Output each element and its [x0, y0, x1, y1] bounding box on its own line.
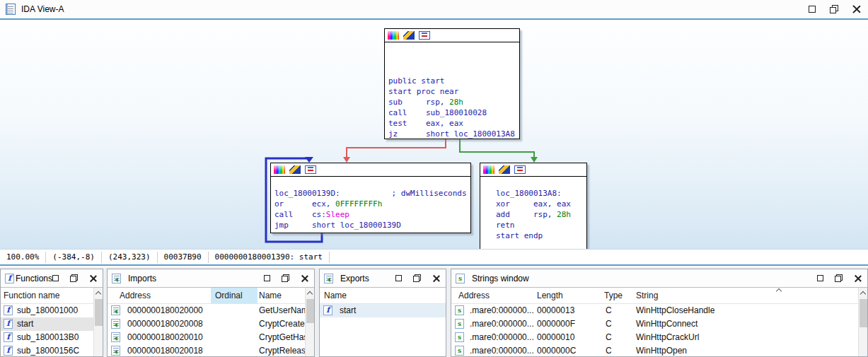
functions-column-header[interactable]: Function name — [1, 288, 103, 304]
functions-panel-titlebar[interactable]: f Functions — [1, 269, 103, 288]
maximize-button[interactable] — [395, 275, 402, 281]
string-row[interactable]: s .mare0:000000... 0000000F C WinHttpCon… — [451, 317, 867, 331]
restore-button[interactable] — [70, 274, 78, 282]
status-origin-coords: (-384,-8) — [46, 252, 102, 263]
code-line[interactable]: call sub_180010028 — [388, 107, 519, 118]
maximize-button[interactable] — [817, 275, 823, 281]
restore-button[interactable] — [835, 274, 843, 282]
restore-button[interactable] — [282, 274, 289, 282]
code-line[interactable]: jmp short loc_18000139D — [274, 220, 470, 230]
exports-panel-titlebar[interactable]: Exports — [320, 269, 446, 288]
scrollbar-thumb[interactable] — [860, 299, 867, 327]
code-line[interactable]: add rsp, 28h — [496, 209, 586, 220]
node-color-palette-icon[interactable] — [274, 165, 285, 174]
graph-node-exit[interactable]: loc_1800013A8: xor eax, eax add rsp, 28h… — [480, 163, 587, 250]
imports-scrollbar[interactable] — [305, 288, 314, 356]
import-icon — [111, 332, 120, 342]
scrollbar-thumb[interactable] — [306, 299, 314, 323]
function-row-selected[interactable]: f start — [1, 317, 103, 331]
imports-column-headers[interactable]: Address Ordinal Name — [108, 288, 314, 304]
graph-node-loop[interactable]: loc_18000139D: ; dwMilliseconds or ecx, … — [270, 163, 471, 233]
strings-scrollbar[interactable] — [858, 288, 867, 356]
string-icon: s — [455, 346, 464, 356]
ida-window: IDA View-A pub — [0, 0, 868, 357]
code-line[interactable]: public start — [388, 76, 519, 86]
close-button[interactable] — [89, 274, 97, 282]
close-button[interactable] — [852, 5, 861, 13]
import-icon — [111, 319, 120, 329]
node-color-palette-icon[interactable] — [483, 165, 494, 174]
code-line[interactable]: start endp — [496, 230, 586, 241]
maximize-button[interactable] — [52, 275, 59, 281]
node-edit-icon[interactable] — [289, 165, 301, 174]
sort-ascending-icon — [776, 288, 782, 294]
exports-column-header[interactable]: Name — [320, 288, 446, 304]
close-button[interactable] — [432, 274, 440, 282]
function-icon: f — [323, 305, 332, 315]
strings-panel-icon: s — [456, 274, 465, 283]
code-line[interactable]: loc_18000139D: ; dwMilliseconds — [274, 188, 470, 199]
restore-button[interactable] — [413, 274, 421, 282]
import-icon — [111, 346, 120, 356]
functions-scrollbar[interactable] — [93, 288, 103, 356]
code-line[interactable]: sub rsp, 28h — [388, 97, 519, 107]
imports-panel-icon — [112, 274, 121, 283]
code-line[interactable]: jz short loc_1800013A8 — [388, 129, 519, 139]
function-icon: f — [4, 319, 13, 329]
status-address-label: 0000000180001390: start — [209, 252, 330, 263]
maximize-button[interactable] — [264, 275, 270, 281]
code-line[interactable]: call cs:Sleep — [274, 209, 470, 220]
function-row[interactable]: f sub_180001000 — [1, 304, 103, 317]
strings-panel-titlebar[interactable]: s Strings window — [451, 269, 867, 288]
import-row[interactable]: 0000000180020000 GetUserNam — [108, 304, 314, 317]
node-group-icon[interactable] — [514, 165, 526, 174]
graph-node-start[interactable]: public start start proc near sub rsp, 28… — [384, 28, 520, 139]
function-icon: f — [4, 346, 13, 356]
imports-panel: Imports Address Ordinal Name 00000001 — [107, 269, 315, 357]
string-row[interactable]: s .mare0:000000... 00000010 C WinHttpCra… — [451, 331, 867, 344]
ida-view-icon — [6, 4, 16, 15]
scrollbar-thumb[interactable] — [95, 299, 103, 326]
node-group-icon[interactable] — [305, 165, 316, 174]
graph-status-bar: 100.00% (-384,-8) (243,323) 00037B90 000… — [0, 249, 868, 266]
code-line[interactable]: loc_1800013A8: — [496, 188, 586, 199]
import-row[interactable]: 0000000180020018 CryptRelease — [108, 344, 314, 356]
code-line[interactable]: test eax, eax — [388, 118, 519, 129]
status-file-offset: 00037B90 — [158, 252, 209, 263]
string-row[interactable]: s .mare0:000000... 00000013 C WinHttpClo… — [451, 304, 867, 317]
code-line[interactable]: retn — [496, 220, 586, 230]
function-icon: f — [4, 332, 13, 342]
node-group-icon[interactable] — [419, 31, 430, 40]
function-icon: f — [4, 305, 13, 315]
close-button[interactable] — [301, 274, 308, 282]
exports-panel-icon — [324, 274, 333, 283]
graph-view[interactable]: public start start proc near sub rsp, 28… — [0, 21, 868, 249]
strings-column-headers[interactable]: Address Length Type String — [451, 288, 867, 304]
node-color-palette-icon[interactable] — [388, 31, 399, 40]
status-zoom: 100.00% — [0, 252, 46, 263]
code-line[interactable]: start proc near — [388, 86, 519, 97]
import-row[interactable]: 0000000180020008 CryptCreateH — [108, 317, 314, 331]
node-edit-icon[interactable] — [499, 165, 510, 174]
string-icon: s — [455, 305, 464, 315]
code-line[interactable]: or ecx, 0FFFFFFFFh — [274, 199, 470, 209]
export-row-selected[interactable]: f start — [320, 304, 446, 317]
node-edit-icon[interactable] — [403, 31, 415, 40]
strings-panel-title: Strings window — [472, 274, 529, 283]
close-button[interactable] — [854, 274, 862, 282]
bottom-dock: f Functions Function name f sub_18000100… — [0, 267, 868, 357]
imports-panel-title: Imports — [128, 274, 156, 283]
exports-panel: Exports Name f start — [319, 269, 446, 357]
import-icon — [111, 305, 120, 315]
node-header — [271, 163, 470, 177]
restore-button[interactable] — [830, 5, 838, 13]
imports-panel-titlebar[interactable]: Imports — [108, 269, 314, 288]
code-line[interactable]: xor eax, eax — [496, 199, 586, 209]
string-row[interactable]: s .mare0:000000... 0000000C C WinHttpOpe… — [451, 344, 867, 356]
function-row[interactable]: f sub_1800013B0 — [1, 331, 103, 344]
maximize-button[interactable] — [809, 6, 816, 13]
window-titlebar: IDA View-A — [0, 0, 868, 20]
import-row[interactable]: 0000000180020010 CryptGetHas — [108, 331, 314, 344]
function-row[interactable]: f sub_18000156C — [1, 344, 103, 356]
string-icon: s — [455, 332, 464, 342]
